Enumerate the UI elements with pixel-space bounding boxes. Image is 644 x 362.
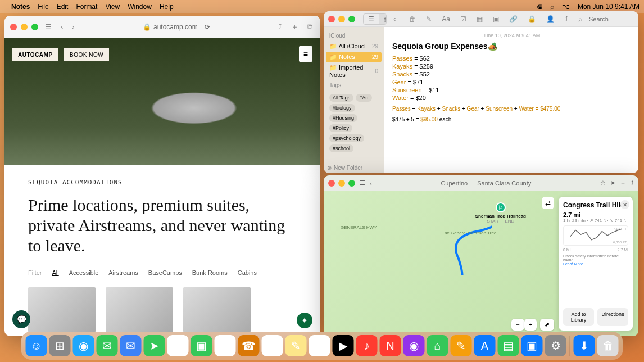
view-mode-segmented[interactable]: ☰ ▦ — [363, 13, 387, 25]
filter-bunkrooms[interactable]: Bunk Rooms — [192, 269, 228, 276]
filter-airstreams[interactable]: Airstreams — [108, 269, 138, 276]
dock-finder-icon[interactable]: ☺ — [26, 335, 47, 356]
menu-format[interactable]: Format — [76, 3, 97, 11]
dock-music-icon[interactable]: ♪ — [356, 335, 378, 356]
dock-news-icon[interactable]: N — [380, 335, 401, 356]
dock-reminders-icon[interactable]: ☰ — [262, 335, 283, 356]
dock-maps-icon[interactable]: ➤ — [144, 335, 165, 356]
share-icon[interactable]: ⤴ — [561, 14, 572, 24]
tag-item[interactable]: #school — [329, 144, 353, 152]
dock-launchpad-icon[interactable]: ⊞ — [49, 335, 71, 356]
control-center-icon[interactable]: ⌥ — [562, 3, 570, 11]
directions-button[interactable]: Directions — [597, 308, 628, 326]
dock-pages-icon[interactable]: ✎ — [451, 335, 472, 356]
share-icon[interactable]: ⤴ — [276, 21, 284, 32]
route-icon[interactable]: ➤ — [610, 179, 615, 187]
link-icon[interactable]: 🔗 — [506, 14, 521, 24]
dock-safari-icon[interactable]: ◉ — [73, 335, 94, 356]
menu-file[interactable]: File — [38, 3, 48, 11]
tag-item[interactable]: #Housing — [329, 114, 357, 122]
maximize-window-button[interactable] — [348, 16, 355, 22]
poi-label[interactable]: The General Sherman Tree — [442, 230, 496, 236]
maximize-window-button[interactable] — [348, 180, 355, 187]
site-menu-icon[interactable]: ≡ — [299, 46, 312, 62]
dock-freeform-icon[interactable]: ✎ — [309, 335, 330, 356]
back-button-icon[interactable]: ‹ — [58, 21, 65, 32]
dock-trash-icon[interactable]: 🗑 — [597, 335, 619, 356]
dock-tv-icon[interactable]: ▶ — [333, 335, 354, 356]
sidebar-toggle-icon[interactable]: ☰ — [43, 21, 54, 32]
accommodation-thumbnail[interactable] — [28, 287, 96, 332]
add-to-library-button[interactable]: Add to Library — [563, 308, 594, 326]
compass-icon[interactable]: ⬈ — [540, 319, 554, 331]
collaborate-icon[interactable]: 👤 — [543, 14, 558, 24]
sidebar-item-notes[interactable]: 📁 Notes29 — [326, 52, 382, 62]
minimize-window-button[interactable] — [21, 24, 28, 30]
minimize-window-button[interactable] — [338, 180, 345, 187]
dock-numbers-icon[interactable]: ▤ — [498, 335, 519, 356]
share-icon[interactable]: ⤴ — [631, 180, 634, 187]
dock-podcasts-icon[interactable]: ◉ — [403, 335, 425, 356]
menu-edit[interactable]: Edit — [57, 3, 69, 11]
dock-keynote-icon[interactable]: ▣ — [521, 335, 543, 356]
table-icon[interactable]: ▦ — [473, 14, 486, 24]
menubar-datetime[interactable]: Mon Jun 10 9:41 AM — [578, 3, 640, 11]
dock-home-icon[interactable]: ⌂ — [427, 335, 448, 356]
wifi-icon[interactable]: ⋐ — [537, 3, 542, 11]
dock-calendar-icon[interactable]: 10 — [215, 335, 236, 356]
book-now-button[interactable]: BOOK NOW — [64, 48, 109, 61]
reload-icon[interactable]: ⟳ — [205, 23, 210, 31]
map-canvas[interactable]: GENERALS HWY ⚐ Sherman Tree Trailhead ST… — [324, 191, 638, 336]
dock-app-store-icon[interactable]: A — [474, 335, 496, 356]
tag-item[interactable]: #Art — [356, 94, 372, 102]
lock-icon[interactable]: 🔒 — [524, 14, 539, 24]
app-menu[interactable]: Notes — [11, 3, 30, 11]
menu-window[interactable]: Window — [128, 3, 152, 11]
learn-more-link[interactable]: Learn More — [563, 262, 583, 266]
dock-notes-icon[interactable]: ✎ — [285, 335, 307, 356]
format-icon[interactable]: Aa — [438, 14, 453, 24]
dock-messages-icon[interactable]: ✉ — [97, 335, 118, 356]
search-icon[interactable]: ⌕ — [550, 3, 554, 11]
minimize-window-button[interactable] — [338, 16, 345, 22]
accommodation-thumbnail[interactable] — [106, 287, 173, 332]
tabs-icon[interactable]: ⧉ — [305, 21, 315, 33]
accommodation-thumbnail[interactable] — [183, 287, 251, 332]
maximize-window-button[interactable] — [31, 24, 38, 30]
dock-facetime-icon[interactable]: ▣ — [191, 335, 212, 356]
tag-item[interactable]: #Policy — [329, 124, 352, 132]
note-editor[interactable]: June 10, 2024 at 9:41 AM Sequoia Group E… — [384, 27, 638, 173]
close-window-button[interactable] — [328, 16, 335, 22]
delete-icon[interactable]: 🗑 — [406, 14, 419, 24]
dock-settings-icon[interactable]: ⚙ — [545, 335, 566, 356]
list-view-icon[interactable]: ☰ — [364, 14, 379, 24]
sidebar-item-all[interactable]: 📁 All iCloud29 — [326, 41, 382, 52]
new-folder-button[interactable]: ⊕ New Folder — [327, 165, 362, 171]
tag-item[interactable]: #biology — [329, 104, 355, 112]
site-logo[interactable]: AUTOCAMP — [12, 48, 58, 61]
new-tab-icon[interactable]: ＋ — [289, 21, 301, 33]
back-icon[interactable]: ‹ — [370, 180, 372, 187]
menu-view[interactable]: View — [105, 3, 120, 11]
checklist-icon[interactable]: ☑ — [457, 14, 470, 24]
address-bar[interactable]: 🔒 autocamp.com ⟳ — [81, 23, 271, 31]
bookmark-icon[interactable]: ☆ — [600, 179, 606, 187]
sidebar-icon[interactable]: ☰ — [360, 179, 365, 187]
close-window-button[interactable] — [328, 180, 335, 187]
dock-contacts-icon[interactable]: ☎ — [238, 335, 260, 356]
back-icon[interactable]: ‹ — [390, 14, 399, 24]
add-icon[interactable]: ＋ — [620, 179, 626, 187]
dock-downloads-icon[interactable]: ⬇ — [574, 335, 595, 356]
dock-photos-icon[interactable]: ✿ — [167, 335, 189, 356]
chat-fab-icon[interactable]: 💬 — [12, 310, 30, 328]
accessibility-fab-icon[interactable]: ✦ — [297, 313, 312, 328]
trailhead-marker[interactable]: ⚐ Sherman Tree Trailhead START · END — [475, 202, 526, 224]
compose-icon[interactable]: ✎ — [423, 14, 435, 24]
filter-basecamps[interactable]: BaseCamps — [148, 269, 182, 276]
filter-all[interactable]: All — [52, 269, 58, 276]
close-window-button[interactable] — [10, 24, 17, 30]
zoom-out-button[interactable]: − — [511, 319, 524, 331]
tag-item[interactable]: #psychology — [329, 134, 364, 142]
sidebar-item-imported[interactable]: 📁 Imported Notes0 — [326, 62, 382, 80]
notes-search-input[interactable] — [589, 16, 634, 22]
